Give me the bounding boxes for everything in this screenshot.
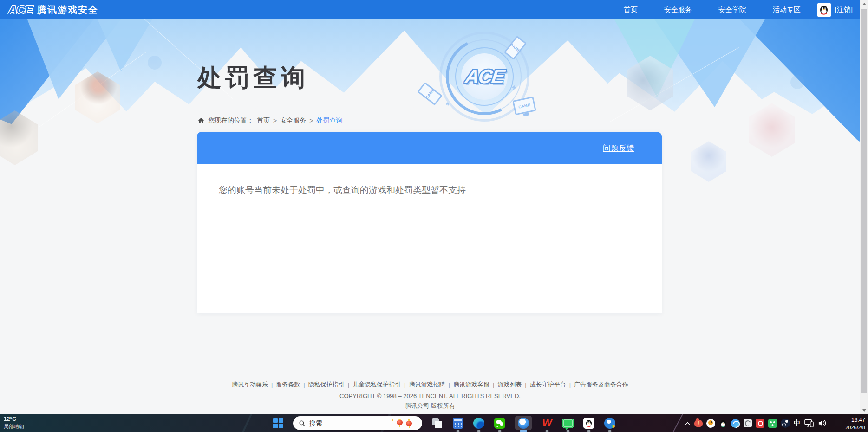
- footer-separator: |: [404, 381, 405, 388]
- windows-logo-icon: [273, 418, 283, 428]
- blue-chat-icon: [604, 418, 615, 429]
- home-icon: [197, 117, 205, 124]
- running-indicator: [567, 430, 570, 432]
- edge-icon: [473, 418, 484, 429]
- tray-duck-app[interactable]: [706, 419, 715, 428]
- search-icon: [299, 420, 306, 427]
- site-logo[interactable]: ACE 腾讯游戏安全: [8, 3, 98, 17]
- footer-link-privacy[interactable]: 隐私保护指引: [308, 380, 345, 389]
- qq-app-button[interactable]: [583, 414, 595, 432]
- tray-swirl-app[interactable]: [744, 419, 752, 427]
- tray-music-app[interactable]: [756, 419, 764, 428]
- swirl-icon: [744, 419, 752, 427]
- calculator-app-button[interactable]: [452, 414, 464, 432]
- quark-icon: [731, 419, 740, 428]
- edge-app-button[interactable]: [473, 414, 485, 432]
- input-method-indicator[interactable]: 中: [794, 419, 800, 427]
- red-music-icon: [756, 419, 764, 428]
- footer-link-tencent-games[interactable]: 腾讯互动娱乐: [232, 380, 268, 389]
- monitor-phone-icon: [804, 419, 814, 428]
- qq-icon: [583, 418, 594, 429]
- taskbar-search[interactable]: [293, 416, 422, 430]
- nav-item-security-academy[interactable]: 安全学院: [718, 6, 746, 14]
- footer-links: 腾讯互动娱乐 | 服务条款 | 隐私保护指引 | 儿童隐私保护指引 | 腾讯游戏…: [228, 380, 632, 389]
- cast-devices-button[interactable]: [804, 419, 814, 428]
- scrollbar[interactable]: [860, 0, 868, 414]
- weather-temperature: 12°C: [4, 416, 24, 423]
- wps-icon: W: [542, 418, 552, 428]
- tray-steam[interactable]: [781, 419, 790, 428]
- tray-qq[interactable]: [719, 419, 727, 427]
- footer-link-game-list[interactable]: 游戏列表: [497, 380, 522, 389]
- footer-link-customer-service[interactable]: 腾讯游戏客服: [453, 380, 489, 389]
- footer-link-guardian-platform[interactable]: 成长守护平台: [530, 380, 566, 389]
- taskbar-center: W: [272, 414, 616, 432]
- weather-condition: 局部晴朗: [4, 423, 24, 430]
- query-result-message: 您的账号当前未处于处罚中，或查询的游戏和处罚类型暂不支持: [219, 184, 466, 196]
- main-nav: 首页 安全服务 安全学院 活动专区: [624, 6, 801, 14]
- weather-widget[interactable]: 12°C 局部晴朗: [4, 416, 24, 430]
- footer-link-ad-business[interactable]: 广告服务及商务合作: [574, 380, 628, 389]
- nav-item-home[interactable]: 首页: [624, 6, 638, 14]
- breadcrumb-prefix: 您现在的位置：: [208, 116, 254, 125]
- nav-item-security-services[interactable]: 安全服务: [664, 6, 692, 14]
- chevron-up-icon: [685, 420, 691, 426]
- lantern-icon: [406, 421, 412, 426]
- footer-separator: |: [449, 381, 450, 388]
- blue-chat-app-button[interactable]: [604, 414, 616, 432]
- wechat-app-button[interactable]: [494, 414, 506, 432]
- running-indicator: [457, 430, 460, 432]
- qq-penguin-icon: [585, 419, 593, 427]
- green-chat-app-button[interactable]: [562, 414, 574, 432]
- wechat-icon: [494, 418, 505, 429]
- tray-green-app[interactable]: [768, 419, 777, 428]
- wps-app-button[interactable]: W: [541, 414, 553, 432]
- tray-expand-button[interactable]: [685, 420, 691, 426]
- steam-icon: [781, 419, 790, 428]
- site-footer: 腾讯互动娱乐 | 服务条款 | 隐私保护指引 | 儿童隐私保护指引 | 腾讯游戏…: [0, 380, 860, 410]
- footer-link-terms[interactable]: 服务条款: [276, 380, 300, 389]
- qq-penguin-icon: [818, 4, 829, 15]
- footer-separator: |: [569, 381, 571, 388]
- task-view-icon: [432, 418, 442, 428]
- running-indicator: [608, 430, 612, 432]
- breadcrumb-security-services[interactable]: 安全服务: [280, 116, 306, 125]
- feedback-link[interactable]: 问题反馈: [603, 143, 634, 154]
- volume-button[interactable]: [818, 419, 827, 427]
- task-view-button[interactable]: [431, 414, 443, 432]
- tray-cloud-alert[interactable]: !: [694, 420, 703, 427]
- footer-separator: |: [303, 381, 305, 388]
- footer-link-recruit[interactable]: 腾讯游戏招聘: [409, 380, 445, 389]
- running-indicator: [546, 430, 549, 432]
- chinese-input-label: 中: [794, 419, 800, 427]
- card-body: 您的账号当前未处于处罚中，或查询的游戏和处罚类型暂不支持: [197, 164, 662, 313]
- qq-penguin-icon: [719, 419, 727, 427]
- punishment-query-card: 问题反馈 您的账号当前未处于处罚中，或查询的游戏和处罚类型暂不支持: [197, 132, 662, 313]
- search-input[interactable]: [309, 419, 379, 427]
- start-button[interactable]: [272, 414, 284, 432]
- sparkle-decoration: [392, 419, 393, 421]
- clock-time: 16:47: [845, 417, 865, 424]
- running-indicator: [587, 430, 591, 432]
- speaker-icon: [818, 419, 827, 427]
- breadcrumb-home[interactable]: 首页: [257, 116, 270, 125]
- active-browser-app-button[interactable]: [515, 414, 532, 432]
- cloud-alert-icon: !: [694, 420, 703, 427]
- calculator-icon: [453, 418, 463, 429]
- copyright-text: COPYRIGHT © 1998 – 2026 TENCENT. ALL RIG…: [0, 393, 860, 400]
- scrollbar-thumb[interactable]: [861, 9, 867, 393]
- lantern-icon: [397, 420, 403, 425]
- page-content: 处罚查询 您现在的位置： 首页 > 安全服务 > 处罚查询 问题反馈 您的账号当…: [0, 0, 868, 414]
- wallpaper-streak: [237, 414, 257, 432]
- nav-item-activity-zone[interactable]: 活动专区: [773, 6, 801, 14]
- breadcrumb-current: 处罚查询: [316, 116, 342, 125]
- user-avatar[interactable]: [817, 3, 831, 17]
- breadcrumb-separator: >: [309, 117, 313, 124]
- scrollbar-down-arrow[interactable]: [860, 406, 868, 414]
- taskbar-clock[interactable]: 16:47 2026/2/8: [845, 417, 865, 431]
- logout-link[interactable]: [注销]: [835, 6, 853, 14]
- footer-link-children-privacy[interactable]: 儿童隐私保护指引: [352, 380, 401, 389]
- tray-quark-browser[interactable]: [731, 419, 740, 428]
- scrollbar-up-arrow[interactable]: [860, 0, 868, 8]
- card-header: 问题反馈: [197, 132, 662, 164]
